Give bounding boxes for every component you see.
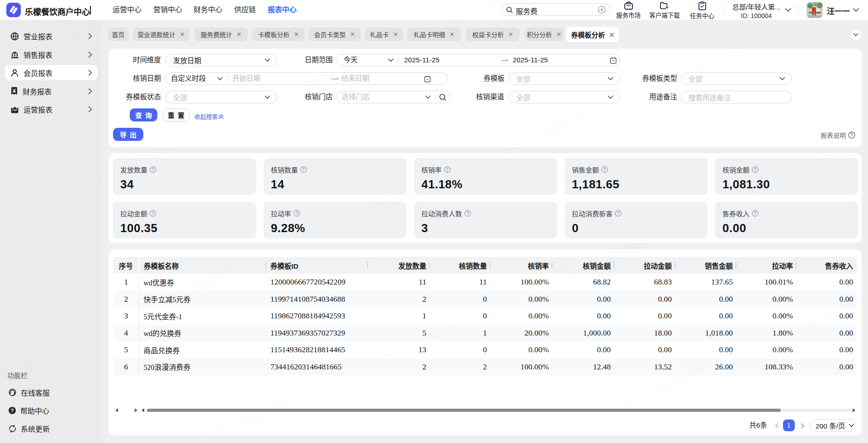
svg-text:?: ? bbox=[11, 408, 14, 413]
